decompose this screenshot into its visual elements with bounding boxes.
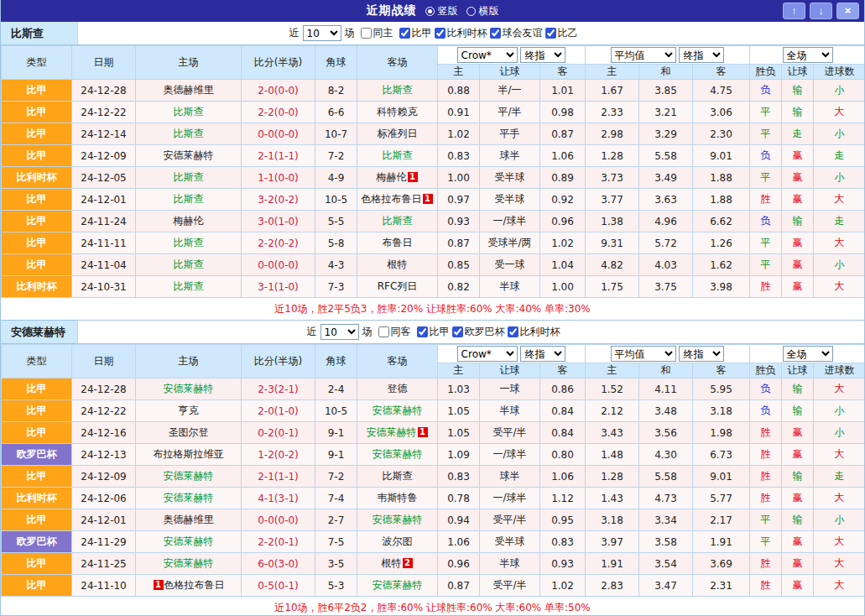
scroll-down-button[interactable]: ↓ — [810, 3, 832, 19]
score-cell[interactable]: 0-0(0-0) — [242, 254, 315, 276]
away-team-cell[interactable]: 登德 — [357, 378, 438, 400]
league-checkbox[interactable] — [490, 28, 501, 39]
league-filter[interactable]: 球会友谊 — [490, 26, 543, 40]
league-checkbox[interactable] — [452, 326, 463, 337]
home-team-cell[interactable]: 比斯查 — [136, 123, 242, 145]
home-team-cell[interactable]: 圣图尔登 — [136, 422, 242, 444]
home-team-cell[interactable]: 安德莱赫特 — [136, 466, 242, 488]
fulltime-select[interactable]: 全场 — [783, 47, 833, 63]
home-team-cell[interactable]: 安德莱赫特 — [136, 531, 242, 553]
home-team-cell[interactable]: 比斯查 — [136, 232, 242, 254]
close-button[interactable]: × — [836, 3, 859, 19]
league-checkbox[interactable] — [435, 28, 446, 39]
fulltime-select[interactable]: 全场 — [783, 346, 833, 362]
away-team-cell[interactable]: 色格拉布鲁日1 — [357, 189, 438, 211]
match-count-select[interactable]: 10 — [320, 324, 359, 340]
home-team-cell[interactable]: 比斯查 — [136, 254, 242, 276]
league-checkbox[interactable] — [399, 28, 410, 39]
final-odds-select[interactable]: 终指 — [520, 47, 565, 63]
final-euro-select[interactable]: 终指 — [679, 346, 724, 362]
away-team-cell[interactable]: 比斯查 — [357, 211, 438, 232]
score-cell[interactable]: 0-5(0-1) — [242, 575, 315, 597]
layout-radio-horizontal[interactable]: 横版 — [466, 4, 499, 18]
same-venue-checkbox[interactable] — [361, 28, 372, 39]
bookmaker-select[interactable]: Crow* — [457, 346, 518, 362]
away-team-cell[interactable]: 安德莱赫特1 — [357, 422, 438, 444]
league-filter[interactable]: 比甲 — [417, 325, 450, 339]
score-cell[interactable]: 2-0(0-0) — [242, 80, 315, 102]
away-team-cell[interactable]: 科特赖克 — [357, 102, 438, 123]
score-cell[interactable]: 2-1(1-1) — [242, 466, 315, 488]
league-filter[interactable]: 比利时杯 — [435, 26, 487, 40]
home-team-cell[interactable]: 比斯查 — [136, 167, 242, 189]
league-checkbox[interactable] — [417, 326, 428, 337]
league-filter[interactable]: 比利时杯 — [508, 325, 560, 339]
home-team-cell[interactable]: 亨克 — [136, 400, 242, 422]
league-label: 比利时杯 — [520, 325, 560, 339]
away-team-cell[interactable]: 梅赫伦1 — [357, 167, 438, 189]
away-team-cell[interactable]: 安德莱赫特 — [357, 509, 438, 531]
average-select[interactable]: 平均值 — [611, 47, 676, 63]
home-team-cell[interactable]: 安德莱赫特 — [136, 378, 242, 400]
league-filter[interactable]: 比乙 — [545, 26, 578, 40]
score-cell[interactable]: 2-0(1-0) — [242, 400, 315, 422]
home-team-cell[interactable]: 比斯查 — [136, 276, 242, 298]
match-count-select[interactable]: 10 — [303, 25, 341, 41]
league-filter[interactable]: 欧罗巴杯 — [452, 325, 505, 339]
league-filter[interactable]: 比甲 — [399, 26, 432, 40]
score-cell[interactable]: 3-1(1-0) — [242, 276, 315, 298]
home-team-cell[interactable]: 梅赫伦 — [136, 211, 242, 232]
home-team-cell[interactable]: 比斯查 — [136, 102, 242, 123]
away-team-cell[interactable]: 安德莱赫特 — [357, 575, 438, 597]
score-cell[interactable]: 3-2(0-2) — [242, 189, 315, 211]
average-select[interactable]: 平均值 — [611, 346, 676, 362]
bookmaker-select[interactable]: Crow* — [457, 47, 518, 63]
away-team-cell[interactable]: RFC列日 — [357, 276, 438, 298]
result-cell: 平 — [750, 531, 782, 553]
away-team-cell[interactable]: 比斯查 — [357, 145, 438, 167]
final-euro-select[interactable]: 终指 — [679, 47, 724, 63]
away-team-cell[interactable]: 比斯查 — [357, 80, 438, 102]
score-cell[interactable]: 2-2(0-1) — [242, 531, 315, 553]
away-team-cell[interactable]: 根特 — [357, 254, 438, 276]
euro-home-cell: 3.77 — [586, 189, 639, 211]
away-team-cell[interactable]: 韦斯特鲁 — [357, 488, 438, 509]
score-cell[interactable]: 1-2(0-2) — [242, 444, 315, 466]
layout-radio-vertical[interactable]: 竖版 — [425, 4, 458, 18]
home-team-cell[interactable]: 安德莱赫特 — [136, 488, 242, 509]
same-venue-filter[interactable]: 同主 — [361, 26, 393, 40]
score-cell[interactable]: 4-1(3-1) — [242, 488, 315, 509]
score-cell[interactable]: 3-0(1-0) — [242, 211, 315, 232]
home-team-cell[interactable]: 奥德赫维里 — [136, 509, 242, 531]
score-cell[interactable]: 0-0(0-0) — [242, 509, 315, 531]
league-checkbox[interactable] — [545, 28, 556, 39]
score-cell[interactable]: 6-0(3-0) — [242, 553, 315, 575]
away-team-cell[interactable]: 比斯查 — [357, 466, 438, 488]
home-team-cell[interactable]: 布拉格斯拉维亚 — [136, 444, 242, 466]
away-team-cell[interactable]: 布鲁日 — [357, 232, 438, 254]
home-team-cell[interactable]: 1色格拉布鲁日 — [136, 575, 242, 597]
home-team-cell[interactable]: 奥德赫维里 — [136, 80, 242, 102]
away-team-cell[interactable]: 根特2 — [357, 553, 438, 575]
away-team-cell[interactable]: 安德莱赫特 — [357, 444, 438, 466]
home-team-cell[interactable]: 比斯查 — [136, 189, 242, 211]
same-venue-checkbox[interactable] — [378, 326, 389, 337]
away-team-cell[interactable]: 安德莱赫特 — [357, 400, 438, 422]
score-cell[interactable]: 2-2(0-0) — [242, 102, 315, 123]
goals-result-cell: 走 — [814, 211, 865, 232]
score-cell[interactable]: 2-2(0-2) — [242, 232, 315, 254]
score-cell[interactable]: 0-2(0-1) — [242, 422, 315, 444]
away-team-cell[interactable]: 波尔图 — [357, 531, 438, 553]
final-odds-select[interactable]: 终指 — [520, 346, 565, 362]
away-odds-cell: 0.87 — [540, 123, 586, 145]
away-team-cell[interactable]: 标准列日 — [357, 123, 438, 145]
scroll-up-button[interactable]: ↑ — [783, 3, 805, 19]
league-checkbox[interactable] — [508, 326, 518, 337]
same-venue-filter[interactable]: 同客 — [378, 325, 411, 339]
score-cell[interactable]: 2-1(1-1) — [242, 145, 315, 167]
score-cell[interactable]: 1-1(0-0) — [242, 167, 315, 189]
score-cell[interactable]: 2-3(2-1) — [242, 378, 315, 400]
home-team-cell[interactable]: 安德莱赫特 — [136, 553, 242, 575]
score-cell[interactable]: 0-0(0-0) — [242, 123, 315, 145]
home-team-cell[interactable]: 安德莱赫特 — [136, 145, 242, 167]
